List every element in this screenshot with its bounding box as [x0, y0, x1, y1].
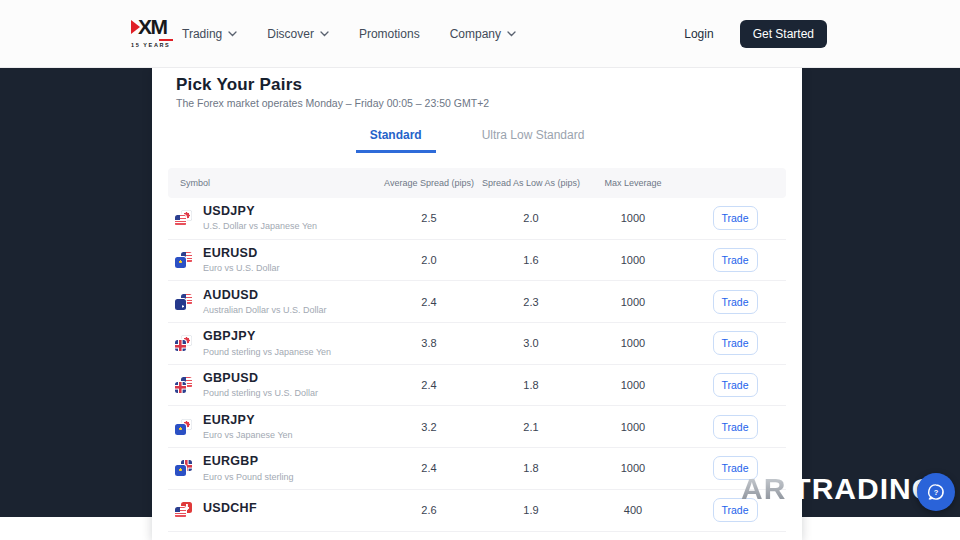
pair-symbol: AUDUSD [203, 289, 327, 303]
chevron-down-icon [507, 31, 516, 37]
base-currency-flag-icon [175, 340, 186, 351]
max-leverage-value: 1000 [582, 379, 684, 391]
table-body: USDJPY U.S. Dollar vs Japanese Yen 2.5 2… [168, 198, 786, 532]
symbol-cell: GBPUSD Pound sterling vs U.S. Dollar [168, 372, 378, 398]
average-spread-value: 2.6 [378, 504, 480, 516]
menu-item-discover[interactable]: Discover [267, 27, 329, 41]
page-title: Pick Your Pairs [176, 75, 302, 95]
symbol-cell: EURJPY Euro vs Japanese Yen [168, 414, 378, 440]
trade-cell: Trade [684, 206, 786, 230]
symbol-cell: USDJPY U.S. Dollar vs Japanese Yen [168, 205, 378, 231]
base-currency-flag-icon [175, 507, 186, 518]
nav-actions: Login Get Started [684, 0, 827, 68]
pair-symbol: GBPUSD [203, 372, 318, 386]
average-spread-value: 2.0 [378, 254, 480, 266]
symbol-text-block: EURUSD Euro vs U.S. Dollar [203, 247, 280, 273]
max-leverage-value: 1000 [582, 462, 684, 474]
trade-cell: Trade [684, 373, 786, 397]
spread-as-low-as-value: 1.8 [480, 462, 582, 474]
chat-bubble-question-icon: ? [926, 482, 946, 502]
currency-pair-flags-icon [175, 419, 192, 435]
header-spread-as-low-as: Spread As Low As (pips) [480, 178, 582, 188]
trade-button[interactable]: Trade [713, 248, 758, 272]
average-spread-value: 2.4 [378, 379, 480, 391]
chevron-down-icon [320, 31, 329, 37]
table-row: GBPJPY Pound sterling vs Japanese Yen 3.… [168, 323, 786, 365]
trade-cell: Trade [684, 498, 786, 522]
table-row: AUDUSD Australian Dollar vs U.S. Dollar … [168, 281, 786, 323]
trade-cell: Trade [684, 248, 786, 272]
symbol-text-block: EURJPY Euro vs Japanese Yen [203, 414, 293, 440]
menu-item-label: Company [450, 27, 501, 41]
pair-description: Euro vs U.S. Dollar [203, 263, 280, 273]
trade-button[interactable]: Trade [713, 331, 758, 355]
pair-symbol: EURUSD [203, 247, 280, 261]
symbol-text-block: GBPJPY Pound sterling vs Japanese Yen [203, 330, 331, 356]
average-spread-value: 3.8 [378, 337, 480, 349]
base-currency-flag-icon [175, 382, 186, 393]
trade-cell: Trade [684, 331, 786, 355]
symbol-cell: EURGBP Euro vs Pound sterling [168, 455, 378, 481]
pair-description: Pound sterling vs Japanese Yen [203, 347, 331, 357]
average-spread-value: 2.4 [378, 296, 480, 308]
spread-as-low-as-value: 3.0 [480, 337, 582, 349]
symbol-cell: GBPJPY Pound sterling vs Japanese Yen [168, 330, 378, 356]
symbol-cell: USDCHF [168, 502, 378, 518]
symbol-text-block: AUDUSD Australian Dollar vs U.S. Dollar [203, 289, 327, 315]
currency-pair-flags-icon [175, 377, 192, 393]
max-leverage-value: 400 [582, 504, 684, 516]
account-type-tabs: Standard Ultra Low Standard [152, 124, 802, 153]
average-spread-value: 2.4 [378, 462, 480, 474]
trade-button[interactable]: Trade [713, 206, 758, 230]
trade-button[interactable]: Trade [713, 373, 758, 397]
pair-symbol: EURGBP [203, 455, 294, 469]
trade-cell: Trade [684, 290, 786, 314]
max-leverage-value: 1000 [582, 296, 684, 308]
average-spread-value: 3.2 [378, 421, 480, 433]
header-average-spread: Average Spread (pips) [378, 178, 480, 188]
menu-item-company[interactable]: Company [450, 27, 516, 41]
spread-as-low-as-value: 1.8 [480, 379, 582, 391]
chat-support-button[interactable]: ? [917, 473, 955, 511]
symbol-text-block: GBPUSD Pound sterling vs U.S. Dollar [203, 372, 318, 398]
tab-standard[interactable]: Standard [356, 124, 436, 153]
header-symbol: Symbol [168, 178, 378, 188]
logo-underline [159, 39, 173, 41]
base-currency-flag-icon [175, 299, 186, 310]
market-hours-subtitle: The Forex market operates Monday – Frida… [176, 97, 489, 109]
menu-item-trading[interactable]: Trading [182, 27, 237, 41]
login-link[interactable]: Login [684, 27, 713, 41]
base-currency-flag-icon [175, 424, 186, 435]
max-leverage-value: 1000 [582, 254, 684, 266]
currency-pair-flags-icon [175, 252, 192, 268]
spread-as-low-as-value: 2.3 [480, 296, 582, 308]
symbol-text-block: USDJPY U.S. Dollar vs Japanese Yen [203, 205, 317, 231]
menu-item-promotions[interactable]: Promotions [359, 27, 420, 41]
average-spread-value: 2.5 [378, 212, 480, 224]
get-started-button[interactable]: Get Started [740, 20, 827, 48]
pair-description: Australian Dollar vs U.S. Dollar [203, 305, 327, 315]
menu-item-label: Promotions [359, 27, 420, 41]
spread-as-low-as-value: 2.0 [480, 212, 582, 224]
pair-symbol: USDCHF [203, 502, 257, 516]
symbol-cell: EURUSD Euro vs U.S. Dollar [168, 247, 378, 273]
tab-ultra-low-standard[interactable]: Ultra Low Standard [468, 124, 599, 153]
currency-pair-flags-icon [175, 502, 192, 518]
trade-button[interactable]: Trade [713, 290, 758, 314]
logo-text: XM [138, 15, 167, 39]
pair-description: U.S. Dollar vs Japanese Yen [203, 221, 317, 231]
trade-button[interactable]: Trade [713, 415, 758, 439]
table-row: GBPUSD Pound sterling vs U.S. Dollar 2.4… [168, 365, 786, 407]
trade-button[interactable]: Trade [713, 498, 758, 522]
spread-as-low-as-value: 1.6 [480, 254, 582, 266]
table-row: USDCHF 2.6 1.9 400 Trade [168, 490, 786, 532]
svg-text:?: ? [934, 488, 939, 497]
pair-symbol: EURJPY [203, 414, 293, 428]
pairs-card: Pick Your Pairs The Forex market operate… [152, 68, 802, 540]
max-leverage-value: 1000 [582, 337, 684, 349]
table-row: USDJPY U.S. Dollar vs Japanese Yen 2.5 2… [168, 198, 786, 240]
table-header-row: Symbol Average Spread (pips) Spread As L… [168, 168, 786, 198]
currency-pair-flags-icon [175, 335, 192, 351]
xm-logo[interactable]: XM 15 YEARS [131, 15, 175, 48]
trade-button[interactable]: Trade [713, 456, 758, 480]
